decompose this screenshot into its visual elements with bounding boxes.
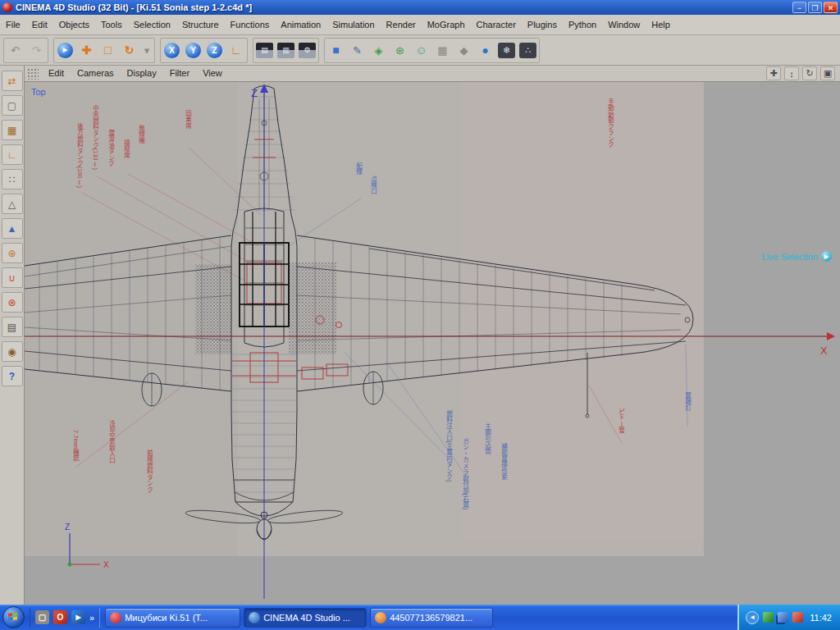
viewport-grip[interactable]	[27, 68, 39, 80]
workplane-icon: ∟	[7, 149, 17, 161]
menu-structure[interactable]: Structure	[176, 16, 225, 34]
undo-button[interactable]: ↶	[5, 39, 25, 62]
lock-z-button[interactable]: Z	[204, 39, 225, 62]
lock-x-button[interactable]: X	[162, 39, 182, 62]
structure-manager-button[interactable]: ▤	[2, 317, 23, 337]
add-deformer-button[interactable]: ◆	[454, 39, 474, 62]
add-particles-button[interactable]: ∴	[518, 39, 538, 62]
show-desktop-icon[interactable]: ▢	[35, 610, 49, 624]
last-tool-button[interactable]: ▾	[140, 39, 153, 62]
menu-edit[interactable]: Edit	[26, 16, 53, 34]
menu-character[interactable]: Character	[471, 16, 522, 34]
svg-text:翼端灯: 翼端灯	[684, 392, 692, 412]
taskbar-tasks: Мицубиси Ki.51 (T... CINEMA 4D Studio ..…	[105, 608, 493, 628]
menu-help[interactable]: Help	[646, 16, 676, 34]
menu-render[interactable]: Render	[381, 16, 422, 34]
view-label[interactable]: Top	[31, 87, 46, 97]
add-spline-button[interactable]: ✎	[347, 39, 368, 62]
menu-python[interactable]: Python	[563, 16, 602, 34]
redo-button[interactable]: ↷	[26, 39, 47, 62]
system-tray: ◄ 11:42	[737, 605, 840, 630]
polygons-mode-icon: ▲	[7, 223, 17, 235]
mograph-icon: ▦	[437, 44, 447, 57]
menu-animation[interactable]: Animation	[275, 16, 326, 34]
live-selection-button[interactable]: ▶	[55, 39, 75, 62]
rotate-button[interactable]: ↻	[119, 39, 139, 62]
add-generator-button[interactable]: ◈	[368, 39, 389, 62]
vpmenu-view[interactable]: View	[196, 66, 229, 81]
menu-tools[interactable]: Tools	[95, 16, 128, 34]
coordinates-button[interactable]: ◉	[2, 341, 23, 362]
menu-file[interactable]: File	[0, 16, 26, 34]
add-cube-button[interactable]: ■	[326, 39, 346, 62]
polygons-mode-button[interactable]: ▲	[2, 218, 23, 239]
maximize-button[interactable]: ❐	[808, 2, 822, 13]
tray-hide-icon[interactable]: ◄	[746, 611, 759, 624]
media-player-icon[interactable]: ▶	[71, 610, 85, 624]
start-button[interactable]	[2, 606, 25, 628]
texture-mode-icon: ▦	[7, 125, 16, 136]
snap-button[interactable]: ∪	[2, 267, 23, 288]
pan-view-icon[interactable]: ✚	[766, 66, 781, 80]
task-browser-window[interactable]: Мицубиси Ki.51 (T...	[105, 608, 240, 628]
axis-mode-button[interactable]: ⊕	[2, 243, 23, 263]
add-mograph-button[interactable]: ▦	[432, 39, 453, 62]
coordinate-system-button[interactable]: ∟	[226, 39, 246, 62]
windows-flag-icon	[8, 612, 18, 622]
figure-icon: ☺	[415, 43, 427, 57]
particles-icon: ∴	[519, 43, 536, 58]
dolly-view-icon[interactable]: ↕	[784, 66, 799, 80]
add-snow-button[interactable]: ❄	[496, 39, 517, 62]
edges-mode-button[interactable]: △	[2, 194, 23, 214]
add-sky-button[interactable]: ●	[475, 39, 495, 62]
svg-text:中央燃料タンク(133ℓ): 中央燃料タンク(133ℓ)	[92, 104, 99, 171]
lock-y-button[interactable]: Y	[183, 39, 203, 62]
content-browser-button[interactable]: ⊛	[2, 292, 23, 313]
modifier-icon: ⊛	[395, 44, 404, 57]
help-button[interactable]: ?	[2, 366, 23, 386]
main-toolbar: ↶ ↷ ▶ ✚ □ ↻ ▾ X Y Z ∟ ▤ ▥ ⚙ ■ ✎ ◈ ⊛ ☺ ▦ …	[0, 35, 840, 66]
vpmenu-edit[interactable]: Edit	[42, 66, 71, 81]
minimize-button[interactable]: −	[792, 2, 806, 13]
svg-text:X: X	[103, 560, 109, 569]
quick-launch: ▢ O ▶ »	[30, 608, 100, 628]
coordinates-icon: ◉	[7, 346, 16, 358]
vpmenu-cameras[interactable]: Cameras	[71, 66, 121, 81]
add-figure-button[interactable]: ☺	[411, 39, 431, 62]
move-button[interactable]: ✚	[76, 39, 97, 62]
make-editable-button[interactable]: ⇄	[2, 71, 23, 91]
menu-selection[interactable]: Selection	[128, 16, 176, 34]
render-settings-button[interactable]: ⚙	[297, 39, 317, 62]
task-download-window[interactable]: 445077136579821...	[370, 608, 493, 628]
scale-button[interactable]: □	[98, 39, 118, 62]
render-view-button[interactable]: ▤	[254, 39, 275, 62]
menu-objects[interactable]: Objects	[53, 16, 95, 34]
vpmenu-filter[interactable]: Filter	[163, 66, 196, 81]
last-tool-icon: ▾	[144, 44, 150, 57]
browser-icon[interactable]: O	[53, 610, 67, 624]
texture-mode-button[interactable]: ▦	[2, 120, 23, 140]
render-picture-viewer-button[interactable]: ▥	[276, 39, 296, 62]
points-mode-button[interactable]: ∷	[2, 169, 23, 189]
task-cinema4d-window[interactable]: CINEMA 4D Studio ...	[244, 608, 367, 628]
tray-alert-icon[interactable]	[792, 612, 803, 623]
tray-antivirus-icon[interactable]	[763, 612, 774, 623]
toggle-view-icon[interactable]: ▣	[820, 66, 835, 80]
viewport[interactable]: 後方燃料タンク(100ℓ) 中央燃料タンク(133ℓ) 潤滑油タンク 操縦席 無…	[25, 82, 840, 605]
workplane-button[interactable]: ∟	[2, 144, 23, 165]
menu-simulation[interactable]: Simulation	[326, 16, 380, 34]
quick-launch-overflow-icon[interactable]: »	[89, 613, 94, 623]
rotate-view-icon[interactable]: ↻	[802, 66, 817, 80]
model-mode-button[interactable]: ▢	[2, 95, 23, 116]
menu-plugins[interactable]: Plugins	[522, 16, 563, 34]
menu-functions[interactable]: Functions	[225, 16, 276, 34]
vpmenu-display[interactable]: Display	[121, 66, 163, 81]
add-modifier-button[interactable]: ⊛	[390, 39, 410, 62]
close-button[interactable]: ✕	[824, 2, 838, 13]
menu-mograph[interactable]: MoGraph	[422, 16, 471, 34]
sky-icon: ●	[482, 43, 488, 57]
menu-window[interactable]: Window	[602, 16, 646, 34]
svg-text:配線: 配線	[355, 162, 363, 176]
lock-y-icon: Y	[185, 43, 201, 58]
tray-network-icon[interactable]	[778, 612, 788, 623]
